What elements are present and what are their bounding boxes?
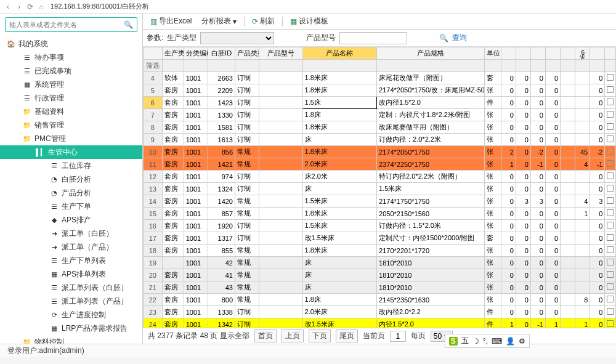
next-page-button[interactable]: 下页 (309, 330, 331, 342)
table-row[interactable]: 4软体10012663订制1.8米床床尾花改做平（附图）套00000 (144, 72, 616, 84)
prod-type-select[interactable] (200, 32, 274, 44)
home-icon[interactable]: ⌂ (36, 1, 47, 12)
query-icon[interactable]: 🔍 (439, 34, 448, 42)
checkbox[interactable] (607, 209, 614, 216)
sidebar-item[interactable]: ☰生产下单 (0, 200, 142, 213)
sidebar-item[interactable]: ➜派工单（产品） (0, 240, 142, 254)
nav-back-icon[interactable]: ‹ (2, 1, 14, 12)
table-row[interactable]: 15套房1001857常规1.8米床2050*2150*1560张000010 (144, 208, 616, 220)
checkbox[interactable] (607, 111, 614, 118)
checkbox[interactable] (607, 160, 614, 167)
table-row[interactable]: 17套房10011317订制改1.5米床定制尺寸：内径1500*2000/附图套… (144, 232, 616, 245)
table-row[interactable]: 5套房10012209订制1.8米床2174*2050*1750/改：床尾用MZ… (144, 84, 616, 97)
prod-model-label: 产品型号 (306, 33, 336, 43)
sidebar-item[interactable]: 📁销售管理 (0, 118, 142, 132)
export-excel-button[interactable]: ▥导出Excel (147, 15, 195, 28)
ime-settings-icon[interactable]: ⚙ (519, 337, 525, 346)
checkbox[interactable] (607, 74, 614, 81)
table-row[interactable]: 23套房10011338订制2.0米床改内径2.0*2.2件00000 (144, 306, 616, 318)
ime-keyboard-icon[interactable]: ⌨ (492, 337, 502, 346)
sidebar-item[interactable]: ▦APS排单列表 (0, 267, 142, 281)
ime-mode[interactable]: 五 (461, 336, 469, 346)
table-row[interactable]: 8套房10011581订制1.8米床改床尾赛做平用（附图）张00000 (144, 121, 616, 134)
table-row[interactable]: 11套房10011421常规2.0米床2374*2250*1750张10-104… (144, 158, 616, 171)
sidebar-item[interactable]: ◔产品分析 (0, 186, 142, 200)
sidebar-item[interactable]: ☰派工单列表（白胚） (0, 281, 142, 294)
prev-page-button[interactable]: 上页 (282, 330, 304, 342)
ime-punct-icon[interactable]: °, (483, 337, 488, 346)
table-row[interactable]: 7套房10011330订制1.8床定制：内径尺寸1.8*2.2米/附图张0000… (144, 109, 616, 121)
refresh-button[interactable]: ⟳刷新 (248, 15, 278, 28)
sidebar-item[interactable]: ▦系统管理 (0, 78, 142, 91)
checkbox[interactable] (607, 86, 614, 93)
nav-forward-icon[interactable]: › (14, 1, 25, 12)
sidebar-item[interactable]: ☰派工单列表（产品） (0, 294, 142, 308)
sidebar-item[interactable]: 📁物料控制 (0, 335, 142, 344)
checkbox[interactable] (607, 222, 614, 229)
first-page-button[interactable]: 首页 (254, 330, 277, 342)
table-row[interactable]: 14套房10011420常规1.5米床2174*1750*1750张033043 (144, 195, 616, 208)
sidebar-item[interactable]: ▦LRP产品净需求报告 (0, 322, 142, 335)
data-grid[interactable]: 生产类型分类编码白胚ID产品类型产品型号产品名称产品规格单位毛需求量库存可用库存… (143, 47, 616, 328)
sidebar-item[interactable]: ☰已完成事项 (0, 64, 142, 78)
checkbox[interactable] (607, 123, 614, 130)
sidebar-item[interactable]: ☰行政管理 (0, 91, 142, 105)
checkbox[interactable] (607, 246, 614, 253)
table-row[interactable]: 19100142常规床1810*2010张00000 (144, 257, 616, 269)
search-input[interactable] (9, 21, 124, 28)
checkbox[interactable] (607, 234, 614, 241)
tree-icon: ◔ (49, 176, 59, 184)
checkbox[interactable] (607, 172, 614, 179)
checkbox[interactable] (607, 99, 614, 105)
filter-row[interactable]: 筛选 (144, 60, 616, 72)
sidebar-item[interactable]: ◔白胚分析 (0, 172, 142, 186)
checkbox[interactable] (607, 271, 614, 278)
ime-user-icon[interactable]: 👤 (506, 337, 515, 346)
search-icon[interactable]: 🔍 (124, 20, 133, 29)
sidebar-search[interactable]: 🔍 (5, 17, 137, 32)
table-row[interactable]: 9套房10011613订制床订做内径：2.0*2.2米张00000 (144, 134, 616, 146)
sidebar-item[interactable]: 📁PMC管理 (0, 132, 142, 145)
checkbox[interactable] (607, 197, 614, 204)
ime-toolbar[interactable]: S 五 ☽ °, ⌨ 👤 ⚙ (445, 334, 530, 348)
sidebar-item[interactable]: ➜派工单（白胚） (0, 227, 142, 240)
sidebar-item[interactable]: ☰待办事项 (0, 51, 142, 64)
checkbox[interactable] (607, 320, 614, 327)
checkbox[interactable] (607, 259, 614, 265)
table-row[interactable]: 21套房100143常规床1810*2010张00000 (144, 281, 616, 294)
design-template-button[interactable]: ▦设计模板 (286, 15, 332, 28)
sidebar-item[interactable]: ☰生产下单列表 (0, 254, 142, 267)
cur-page-input[interactable] (390, 331, 406, 342)
ime-moon-icon[interactable]: ☽ (472, 337, 479, 346)
checkbox[interactable] (607, 148, 614, 155)
table-row[interactable]: 22套房1001800常规1.8床2145*2350*1630张000080 (144, 294, 616, 306)
checkbox[interactable] (607, 296, 614, 302)
table-row[interactable]: 24套房10011342订制改1.5米床内径1.5*2.0件10-1110 (144, 318, 616, 328)
table-row[interactable]: 18套房1001855常规1.8米床2170*2201*1720张00000 (144, 245, 616, 257)
table-row[interactable]: 13套房10011324订制床1.5米床张00000 (144, 183, 616, 195)
table-row[interactable]: 20套房100141常规床1810*2010张00000 (144, 269, 616, 281)
checkbox[interactable] (607, 283, 614, 290)
table-row[interactable]: 6套房10011423订制1.5床改内径1.5*2.0件00000 (144, 97, 616, 109)
table-row[interactable]: 12套房1001974订制床2.0米特订内径2.0*2.2米（附图）张00000 (144, 171, 616, 183)
checkbox[interactable] (607, 185, 614, 192)
sidebar-item[interactable]: 📁基础资料 (0, 105, 142, 118)
sidebar-item[interactable]: ◆APS排产 (0, 213, 142, 227)
sidebar-item[interactable]: ▌▎生管中心 (0, 145, 142, 159)
param-label: 参数: (147, 33, 163, 43)
checkbox[interactable] (607, 308, 614, 315)
sidebar-item[interactable]: 🏠我的系统 (0, 37, 142, 51)
last-page-button[interactable]: 尾页 (336, 330, 358, 342)
analysis-report-button[interactable]: 分析报表 ▾ (198, 15, 240, 28)
nav-refresh-icon[interactable]: ⟳ (25, 1, 36, 12)
sidebar-item[interactable]: ☰工位库存 (0, 159, 142, 172)
table-row[interactable]: 10套房1001856常规1.8米床2174*2050*1750张20-2045… (144, 146, 616, 158)
sidebar-item[interactable]: ⟳生产进度控制 (0, 308, 142, 322)
tree-label: 派工单（产品） (62, 242, 113, 253)
table-row[interactable]: 16套房10011920订制1.5米床订做内径：1.5*2.0米张00000 (144, 220, 616, 232)
checkbox[interactable] (607, 135, 614, 142)
prod-model-input[interactable] (339, 32, 407, 44)
query-link[interactable]: 查询 (452, 33, 467, 43)
ime-brand-icon: S (449, 337, 458, 346)
cell-editing[interactable]: 1.5床 (302, 97, 377, 109)
